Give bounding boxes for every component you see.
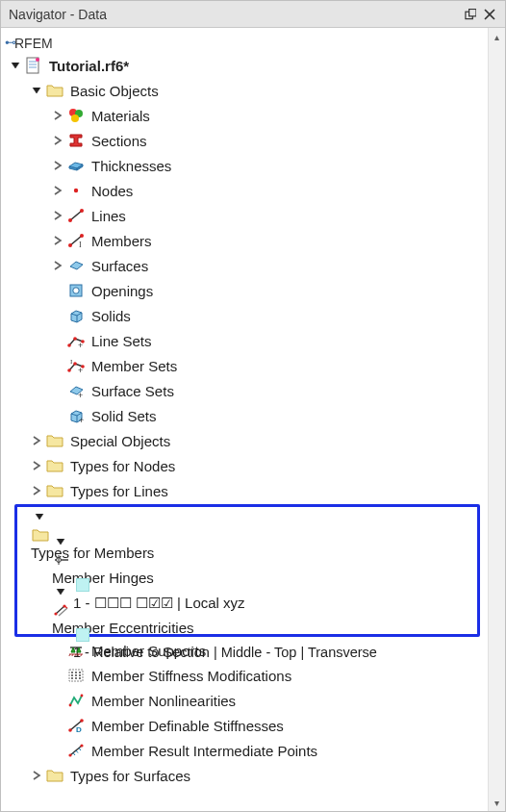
tree-item-member-supports[interactable]: Member Supports — [91, 643, 206, 659]
chevron-right-icon[interactable] — [28, 432, 45, 449]
chevron-down-icon[interactable] — [7, 57, 24, 74]
result-intermediate-icon — [66, 741, 86, 760]
tree-item-member-nonlinearities[interactable]: Member Nonlinearities — [91, 693, 236, 709]
tree-item-openings[interactable]: Openings — [91, 283, 153, 299]
scroll-down-icon[interactable]: ▾ — [489, 794, 505, 811]
titlebar: Navigator - Data — [1, 1, 505, 28]
openings-icon — [66, 281, 86, 300]
tree-item-surfaces[interactable]: Surfaces — [91, 258, 148, 274]
file-name[interactable]: Tutorial.rf6* — [49, 58, 129, 74]
line-sets-icon — [66, 331, 86, 350]
members-icon — [66, 231, 86, 250]
tree-item-nodes[interactable]: Nodes — [91, 183, 133, 199]
scroll-up-icon[interactable]: ▴ — [489, 28, 505, 45]
tree-item-lines[interactable]: Lines — [91, 208, 126, 224]
sections-icon — [66, 131, 86, 150]
solid-sets-icon — [66, 406, 86, 425]
tree-item-member-result-intermediate[interactable]: Member Result Intermediate Points — [91, 743, 317, 759]
stiffness-mod-icon — [66, 666, 86, 685]
chevron-right-icon[interactable] — [49, 182, 66, 199]
tree-item-hinge-1[interactable]: 1 - ☐☐☐ ☐☑☑ | Local xyz — [73, 595, 245, 611]
chevron-right-icon[interactable] — [49, 107, 66, 124]
tree-item-member-eccentricities[interactable]: Member Eccentricities — [52, 620, 194, 636]
chevron-right-icon[interactable] — [49, 232, 66, 249]
tree-item-thicknesses[interactable]: Thicknesses — [91, 158, 171, 174]
chevron-right-icon[interactable] — [28, 482, 45, 499]
root-app-label: RFEM — [14, 32, 53, 53]
chevron-down-icon[interactable] — [28, 82, 45, 99]
solids-icon — [66, 306, 86, 325]
tree-item-basic-objects[interactable]: Basic Objects — [70, 83, 159, 99]
nonlinearities-icon — [66, 691, 86, 710]
close-icon[interactable] — [480, 5, 499, 24]
tree-item-member-sets[interactable]: Member Sets — [91, 358, 177, 374]
tree-item-materials[interactable]: Materials — [91, 108, 150, 124]
pin-icon: ⊷ — [1, 36, 14, 49]
chevron-right-icon[interactable] — [49, 132, 66, 149]
dock-icon[interactable] — [461, 5, 480, 24]
panel-title: Navigator - Data — [7, 7, 461, 22]
definable-stiffness-icon — [66, 716, 86, 735]
supports-icon — [66, 641, 86, 660]
file-icon — [24, 56, 43, 75]
folder-icon — [45, 481, 64, 500]
highlight-region: Types for Members Member Hinges — [14, 504, 480, 637]
tree-item-sections[interactable]: Sections — [91, 133, 147, 149]
tree-item-types-for-nodes[interactable]: Types for Nodes — [70, 458, 175, 474]
materials-icon — [66, 106, 86, 125]
folder-icon — [31, 525, 50, 545]
chevron-right-icon[interactable] — [49, 207, 66, 224]
hinge-icon — [52, 550, 71, 570]
folder-icon — [45, 456, 64, 475]
chevron-down-icon[interactable] — [31, 508, 48, 525]
tree-item-line-sets[interactable]: Line Sets — [91, 333, 152, 349]
nodes-icon — [66, 181, 86, 200]
folder-icon — [45, 81, 64, 100]
eccentricity-icon — [52, 600, 71, 620]
tree: ⊷ RFEM Tutorial.rf6* — [1, 28, 488, 811]
chevron-right-icon[interactable] — [49, 157, 66, 174]
surfaces-icon — [66, 256, 86, 275]
tree-item-types-for-surfaces[interactable]: Types for Surfaces — [70, 768, 190, 784]
tree-item-member-hinges[interactable]: Member Hinges — [52, 570, 154, 586]
thicknesses-icon — [66, 156, 86, 175]
tree-item-types-for-lines[interactable]: Types for Lines — [70, 483, 168, 499]
tree-item-member-definable-stiffnesses[interactable]: Member Definable Stiffnesses — [91, 718, 284, 734]
chevron-right-icon[interactable] — [28, 767, 45, 784]
tree-item-surface-sets[interactable]: Surface Sets — [91, 383, 174, 399]
chevron-right-icon[interactable] — [28, 457, 45, 474]
tree-item-solids[interactable]: Solids — [91, 308, 131, 324]
folder-icon — [45, 766, 64, 785]
folder-icon — [45, 431, 64, 450]
tree-item-types-for-members[interactable]: Types for Members — [31, 545, 154, 561]
navigator-panel: Navigator - Data ⊷ RFEM Tutorial.rf6* — [0, 0, 506, 812]
vertical-scrollbar[interactable]: ▴ ▾ — [488, 28, 505, 811]
member-sets-icon — [66, 356, 86, 375]
tree-item-solid-sets[interactable]: Solid Sets — [91, 408, 157, 424]
tree-item-members[interactable]: Members — [91, 233, 152, 249]
surface-sets-icon — [66, 381, 86, 400]
tree-item-special-objects[interactable]: Special Objects — [70, 433, 170, 449]
chevron-right-icon[interactable] — [49, 257, 66, 274]
lines-icon — [66, 206, 86, 225]
tree-item-member-stiffness-mods[interactable]: Member Stiffness Modifications — [91, 668, 291, 684]
